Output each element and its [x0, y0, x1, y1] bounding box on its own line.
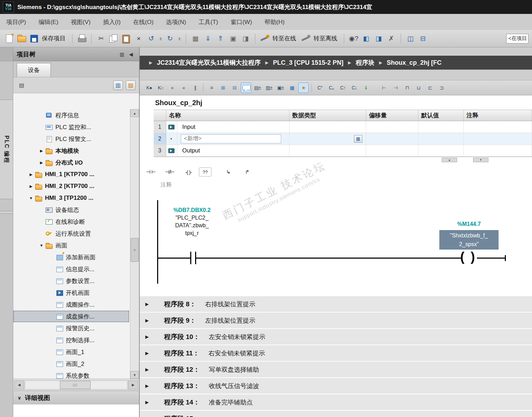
network-expander-icon[interactable]: ▶: [145, 400, 152, 405]
scrollbar-thumb[interactable]: ≡: [131, 238, 139, 262]
ladder-canvas[interactable]: ( ) %DB7.DBX0.2 "PLC_PLC2_ DATA".zbwb_ t…: [140, 190, 532, 294]
tree-item-screen-alarm-history[interactable]: 报警历史...: [13, 322, 129, 334]
goto-next-icon[interactable]: C₀: [326, 82, 337, 93]
tree-item-distributed-io[interactable]: ▶ 分布式 I/O: [13, 157, 129, 168]
go-online-label[interactable]: 转至在线: [272, 34, 296, 42]
network-list-icon[interactable]: ≡: [206, 82, 217, 93]
go-online-icon[interactable]: [259, 33, 270, 44]
network-row-10[interactable]: ▶ 程序段 10： 左安全销未锁紧提示: [140, 329, 532, 345]
network-expander-icon[interactable]: ▶: [145, 318, 152, 323]
menu-item[interactable]: 选项(N): [166, 18, 186, 26]
menu-item[interactable]: 窗口(W): [231, 18, 252, 26]
network-row-9[interactable]: ▶ 程序段 9： 左排线架位置提示: [140, 313, 532, 328]
tree-expander-icon[interactable]: ▼: [38, 243, 45, 247]
tree-item-screen-control-select[interactable]: 控制选择...: [13, 334, 129, 346]
tree-item-add-new-screen[interactable]: 添加新画面: [13, 251, 129, 263]
<新增>[interactable]: 2 ▼▪ <新增> ▦: [154, 133, 532, 145]
tree-item-screen-startup[interactable]: 开机画面: [13, 287, 129, 299]
connection-icon[interactable]: ∥: [190, 82, 200, 93]
scroll-up-icon[interactable]: ▲: [130, 109, 139, 117]
absolute-address-icon[interactable]: K○: [155, 82, 166, 93]
tree-view-icon[interactable]: ▥: [113, 80, 123, 90]
empty-box-tool-icon[interactable]: ??: [199, 167, 211, 176]
tree-expander-icon[interactable]: ▶: [38, 149, 45, 153]
plc-programming-tab[interactable]: PLC 编程: [0, 100, 13, 199]
header-cell-datatype[interactable]: 数据类型: [290, 110, 366, 121]
scrollbar-track[interactable]: ||||: [25, 380, 128, 390]
compile-icon[interactable]: ▦: [190, 33, 201, 44]
insert-network-icon[interactable]: ⊞: [218, 82, 228, 93]
coil-symbol[interactable]: ( ): [460, 250, 476, 264]
indent-out-icon[interactable]: «: [178, 82, 189, 93]
tree-expander-icon[interactable]: ▶: [28, 184, 34, 189]
close-branch-tool-icon[interactable]: ↱: [239, 166, 255, 178]
tree-item-hmi1[interactable]: ▶ HMI_1 [KTP700 ...: [13, 168, 129, 180]
breadcrumb-label[interactable]: JC2314宜兴曙光双头11模铜大拉程序: [157, 58, 261, 67]
insert-open-branch-icon[interactable]: ⊓: [402, 82, 412, 93]
datatype-cell[interactable]: ▦: [290, 145, 366, 156]
tree-expander-icon[interactable]: ▶: [38, 160, 45, 165]
tree-item-device-config[interactable]: 设备组态: [13, 204, 129, 216]
breadcrumb-item[interactable]: ▶ Shoux_cp_2hj [FC: [375, 59, 441, 66]
coil-tool-icon[interactable]: -( )-: [180, 166, 197, 178]
split-editor-horizontal-icon[interactable]: ⊟: [417, 33, 429, 44]
insert-input-icon[interactable]: ⊢: [379, 82, 389, 93]
network-row-11[interactable]: ▶ 程序段 11： 右安全销未锁紧提示: [140, 345, 532, 361]
tree-item-screen-1[interactable]: 画面_1: [13, 346, 129, 358]
datatype-cell[interactable]: ▦: [290, 121, 366, 133]
network-expander-icon[interactable]: ▶: [145, 334, 152, 339]
network-expander-icon[interactable]: ▶: [145, 367, 152, 372]
coil-operand[interactable]: %M144.7 "Shxtxlzbwb_f_ 2_spsx": [434, 220, 504, 250]
row-name[interactable]: Output: [182, 147, 200, 154]
header-cell-default[interactable]: 默认值: [418, 110, 464, 121]
goto-definition-icon[interactable]: C↑: [338, 82, 348, 93]
no-contact-tool-icon[interactable]: ⊣ ⊢: [142, 166, 159, 178]
go-offline-icon[interactable]: [300, 33, 311, 44]
show-favorites-icon[interactable]: ▦: [287, 82, 297, 93]
start-runtime-icon[interactable]: ◨: [240, 33, 251, 44]
network-comment-label[interactable]: 注释: [161, 181, 532, 189]
tree-columns-icon[interactable]: ▨: [126, 80, 136, 90]
download-hardware-icon[interactable]: ▣: [228, 33, 239, 44]
goto-previous-icon[interactable]: C°: [315, 82, 325, 93]
breadcrumb-item[interactable]: ▶ JC2314宜兴曙光双头11模铜大拉程序: [145, 58, 261, 67]
open-branch-tool-icon[interactable]: ↳: [220, 166, 237, 178]
splitter-expand-icon[interactable]: ▼: [473, 158, 488, 162]
details-view-header[interactable]: ∨ 详细视图: [13, 391, 139, 404]
go-offline-label[interactable]: 转至离线: [314, 34, 337, 42]
Input[interactable]: 1 ▼▪ Input ▦: [154, 121, 532, 133]
new-project-icon[interactable]: [3, 33, 15, 44]
network-row-13[interactable]: ▶ 程序段 13： 收线气压信号滤波: [140, 378, 532, 394]
delete-network-icon[interactable]: ⊟: [229, 82, 240, 93]
menu-item[interactable]: 视图(V): [71, 18, 91, 26]
no-contact-symbol[interactable]: [195, 252, 196, 264]
menu-item[interactable]: 编辑(E): [39, 18, 59, 26]
menu-item[interactable]: 帮助(H): [264, 18, 285, 26]
insert-rung-icon[interactable]: ⊏: [425, 82, 435, 93]
tree-item-plc-alarm-text[interactable]: PLC 报警文...: [13, 133, 129, 145]
network-row-8[interactable]: ▶ 程序段 8： 右排线架位置提示: [140, 296, 532, 312]
tree-item-hmi3[interactable]: ▼ HMI_3 [TP1200 ...: [13, 192, 129, 204]
menu-item[interactable]: 项目(P): [6, 18, 26, 26]
network-row-15[interactable]: ▶ 程序段 15：: [140, 411, 532, 417]
collapse-instructions-icon[interactable]: ▥±: [264, 82, 274, 93]
tree-horizontal-scrollbar[interactable]: ◀ |||| ▶: [13, 379, 139, 391]
breadcrumb-label[interactable]: 程序块: [356, 58, 375, 67]
network-expander-icon[interactable]: ▶: [145, 351, 152, 356]
Output[interactable]: 3 ▼▪ Output ▦: [154, 145, 532, 157]
redo-dropdown-icon[interactable]: ±: [177, 33, 182, 44]
menu-item[interactable]: 在线(O): [133, 18, 154, 26]
cut-icon[interactable]: ✂: [95, 33, 107, 44]
insert-close-branch-icon[interactable]: ⊔: [413, 82, 424, 93]
tree-item-online-diagnostics[interactable]: 在线和诊断: [13, 216, 129, 228]
tab-devices[interactable]: 设备: [17, 63, 51, 77]
contact-operand[interactable]: %DB7.DBX0.2 "PLC_PLC2_ DATA".zbwb_ tpxj_…: [159, 206, 225, 237]
row-name[interactable]: <新增>: [181, 134, 281, 143]
header-cell-name[interactable]: 名称: [166, 110, 290, 121]
save-project-label[interactable]: 保存项目: [42, 34, 65, 42]
tree-item-system-params[interactable]: 系统参数: [13, 370, 129, 379]
tree-item-screen-info[interactable]: 信息提示...: [13, 263, 129, 275]
breadcrumb-label[interactable]: PLC_3 [CPU 1515-2 PN]: [273, 59, 344, 66]
coil-operand-selected-box[interactable]: "Shxtxlzbwb_f_ 2_spsx": [439, 230, 499, 250]
row-name[interactable]: Input: [182, 124, 195, 131]
